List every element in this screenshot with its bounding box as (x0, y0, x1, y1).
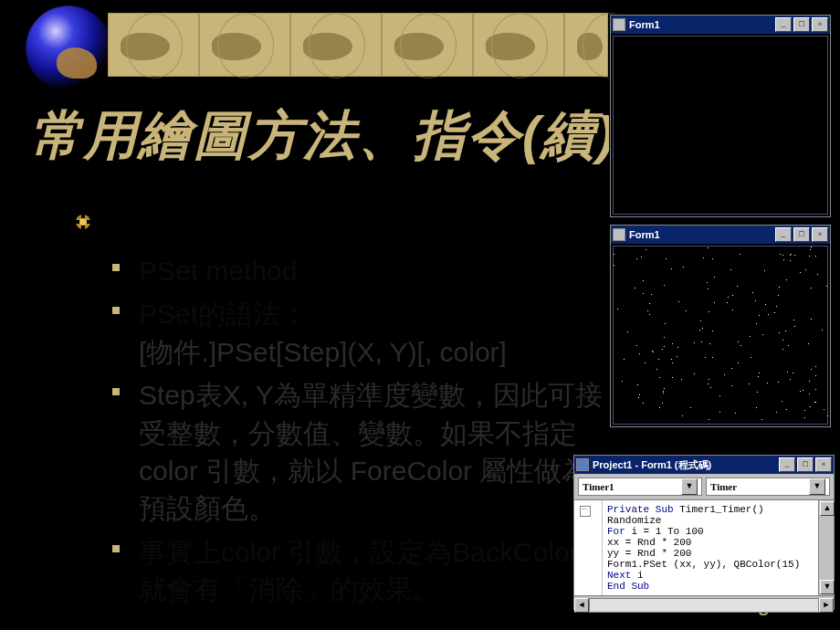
procedure-combo-value: Timer (710, 481, 809, 492)
bullet-4-text: 事實上color 引數，設定為BackColor就會有「消除」的效果。 (139, 537, 579, 604)
maximize-button[interactable]: □ (793, 227, 810, 242)
minimize-button[interactable]: _ (775, 17, 792, 32)
slide-body: PSet method PSet的語法： [物件.]PSet[Step](X, … (110, 252, 603, 614)
scroll-right-icon[interactable]: ► (819, 598, 834, 613)
chevron-down-icon[interactable]: ▼ (809, 478, 825, 495)
slide-title: 常用繪圖方法、指令(續) (29, 100, 616, 172)
vertical-scrollbar[interactable]: ▲ ▼ (818, 500, 834, 595)
procedure-combo[interactable]: Timer ▼ (706, 478, 830, 496)
window-title: Form1 (629, 19, 775, 30)
close-button[interactable]: × (812, 227, 828, 242)
window-form-stars: Form1 _ □ × (610, 225, 831, 427)
chevron-down-icon[interactable]: ▼ (681, 478, 698, 495)
lead-bullet-icon (75, 214, 91, 230)
form-icon (613, 228, 625, 241)
window-title: Project1 - Form1 (程式碼) (593, 458, 779, 472)
close-button[interactable]: × (815, 457, 832, 472)
object-combo-value: Timer1 (583, 481, 681, 492)
maximize-button[interactable]: □ (793, 17, 810, 32)
bullet-2-syntax: [物件.]PSet[Step](X, Y)[, color] (139, 337, 507, 367)
bullet-2: PSet的語法： [物件.]PSet[Step](X, Y)[, color] (110, 295, 603, 371)
close-button[interactable]: × (812, 17, 828, 32)
code-icon (576, 458, 589, 471)
bullet-4: 事實上color 引數，設定為BackColor就會有「消除」的效果。 (110, 533, 603, 609)
window-code: Project1 - Form1 (程式碼) _ □ × Timer1 ▼ Ti… (573, 455, 835, 610)
bullet-3-text: Step表X, Y為單精準度變數，因此可接受整數，分數值、變數。如果不指定 co… (139, 380, 603, 523)
bullet-2-text: PSet的語法： (139, 299, 308, 329)
form-client-area-stars (613, 246, 828, 425)
titlebar[interactable]: Form1 _ □ × (611, 16, 830, 34)
object-combo[interactable]: Timer1 ▼ (578, 478, 702, 496)
maximize-button[interactable]: □ (797, 457, 814, 472)
code-gutter (574, 500, 603, 595)
window-title: Form1 (629, 229, 775, 240)
bullet-1: PSet method (110, 252, 603, 289)
form-client-area (613, 36, 828, 215)
minimize-button[interactable]: _ (779, 457, 795, 472)
minimize-button[interactable]: _ (775, 227, 792, 242)
svg-point-3 (79, 218, 87, 226)
scroll-left-icon[interactable]: ◄ (574, 598, 589, 613)
window-form-blank: Form1 _ □ × (610, 15, 831, 217)
globe-image (26, 5, 111, 91)
titlebar[interactable]: Form1 _ □ × (611, 226, 830, 244)
scroll-up-icon[interactable]: ▲ (820, 501, 835, 516)
world-map-banner (108, 13, 608, 77)
hscroll-track[interactable] (589, 598, 819, 613)
titlebar[interactable]: Project1 - Form1 (程式碼) _ □ × (574, 456, 834, 474)
code-editor[interactable]: Private Sub Timer1_Timer() Randomize For… (574, 500, 834, 595)
bullet-1-text: PSet method (139, 256, 297, 286)
bullet-3: Step表X, Y為單精準度變數，因此可接受整數，分數值、變數。如果不指定 co… (110, 376, 603, 528)
scroll-down-icon[interactable]: ▼ (820, 580, 835, 594)
code-combo-row: Timer1 ▼ Timer ▼ (574, 474, 834, 500)
horizontal-scrollbar[interactable]: ◄ ► (574, 595, 834, 613)
form-icon (613, 18, 625, 31)
